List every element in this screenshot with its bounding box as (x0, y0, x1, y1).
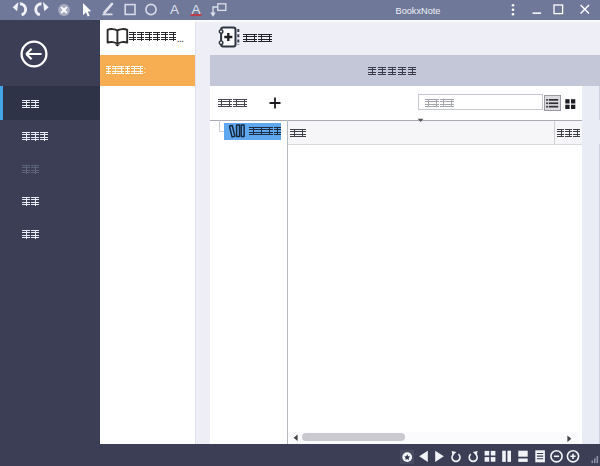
svg-text:BookxNote: BookxNote (396, 6, 441, 16)
svg-text:A: A (170, 2, 179, 17)
